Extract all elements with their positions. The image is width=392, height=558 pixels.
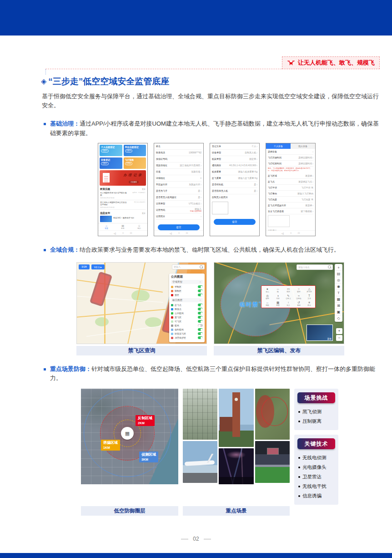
layer-toggle[interactable]	[198, 336, 203, 339]
drawing-tool[interactable]: ↔ 测距	[262, 300, 272, 307]
nav-tab[interactable]: ⌂ 首页	[98, 223, 115, 231]
form-row[interactable]: 安全飞行承诺函 请下载模板›	[268, 208, 313, 214]
form-row[interactable]: 起飞区域 请选择›	[268, 173, 313, 179]
more-link[interactable]: 更多	[142, 212, 146, 214]
form-row[interactable]: 飞行开始时间 选择日期时间›	[268, 155, 313, 161]
drawing-tool[interactable]: ✎ 自定义	[283, 294, 293, 300]
form-row[interactable]: 起飞重量 请输入起飞重量 Kg	[212, 175, 257, 182]
drawing-tool[interactable]: ○ 圆形	[294, 287, 304, 293]
form-row[interactable]: 是否有无人机驾驶证 是›	[156, 194, 201, 201]
toolbar-icon[interactable]: T	[335, 290, 342, 296]
form-row[interactable]: 飞行高度 飞行高度 米	[268, 197, 313, 203]
map-version-button[interactable]: 3/28	[79, 264, 90, 269]
home-card[interactable]: 飞行报备 去报备	[124, 157, 146, 169]
toolbar-icon[interactable]: ▣	[335, 309, 342, 315]
more-link[interactable]: 更多	[142, 188, 146, 190]
legend-group-header[interactable]: 标注图层 －	[171, 298, 203, 302]
drawing-tool[interactable]: ↑ 导入	[283, 300, 293, 307]
layer-toggle[interactable]	[198, 308, 203, 310]
drawing-tool[interactable]: ▦ 测面	[273, 300, 283, 307]
drawing-tool[interactable]: ✳ 样式	[304, 300, 314, 307]
form-row[interactable]: 登记主体 个人›	[212, 143, 257, 150]
toolbar-icon[interactable]: ▦	[335, 296, 342, 303]
minimap[interactable]: 影像	[307, 325, 333, 341]
layer-toggle[interactable]	[198, 324, 203, 327]
drawing-tool[interactable]: ● 画点	[262, 287, 272, 293]
home-card[interactable]: 个人信息登记 去登记	[100, 145, 122, 156]
no-fly-edit-map[interactable]: 临时禁飞区 ● 画点 ─ 线 ▭ 矩形 ○ 圆形 △ 多边形 ◎	[214, 262, 344, 344]
drawing-tool[interactable]: ─ 线	[273, 287, 283, 293]
tab-other-device[interactable]: 他人设备	[291, 143, 315, 149]
collapse-icon[interactable]: －	[199, 299, 202, 302]
home-card[interactable]: 设备登记 去登记	[100, 157, 122, 169]
toolbar-icon[interactable]: ▤	[335, 271, 342, 277]
form-row[interactable]: 选择设备 ›	[268, 149, 313, 155]
form-row[interactable]: 姓名	[156, 143, 201, 150]
records-banner[interactable]: 办 理 记 录 点击查看	[100, 170, 146, 186]
toolbar-icon[interactable]: ◇	[335, 315, 342, 321]
form-row[interactable]: 设备类型 自制无人机›	[212, 150, 257, 156]
toolbar-icon[interactable]: ⊠	[335, 303, 342, 309]
android-nav-key[interactable]: ◁	[170, 232, 172, 235]
layer-toggle[interactable]	[198, 289, 203, 292]
layer-toggle[interactable]	[198, 285, 203, 288]
map-search-input[interactable]: 请输入地名	[297, 264, 333, 270]
nav-tab[interactable]: ☺ 我的	[131, 223, 147, 231]
form-row[interactable]: 机架类型 固定翼›	[212, 156, 257, 162]
collapse-icon[interactable]: －	[199, 280, 202, 284]
drawing-tool[interactable]: T 文本	[304, 294, 314, 300]
tab-own-device[interactable]: 个人设备	[266, 143, 291, 149]
form-row[interactable]: 证照类型 UTC合格证›	[156, 201, 201, 207]
form-row[interactable]: 身份证号码	[156, 156, 201, 162]
zoom-in-button[interactable]: +	[336, 328, 342, 334]
layer-toggle[interactable]	[198, 320, 203, 323]
view-button[interactable]: 点击查看	[129, 181, 139, 183]
commitment-letter-box[interactable]	[268, 215, 290, 227]
form-row[interactable]: 飞行结束时间 选择日期时间›	[268, 161, 313, 167]
toolbar-icon[interactable]: ◎	[335, 277, 342, 284]
drawing-tool[interactable]: ↺ 撤回	[294, 300, 304, 307]
form-row[interactable]: 飞行事由 请输入飞行事由	[268, 191, 313, 197]
form-row[interactable]: 是否组装机 是›	[212, 182, 257, 188]
submit-button[interactable]: 提交	[158, 224, 200, 230]
form-row[interactable]: 机身重量 请输入机身重量 Kg	[212, 169, 257, 175]
layer-toggle[interactable]	[198, 316, 203, 319]
android-nav-key[interactable]: ○	[178, 232, 180, 234]
layer-toggle[interactable]	[198, 332, 203, 335]
form-row[interactable]: 是否投保无人机 是›	[212, 188, 257, 194]
android-nav-key[interactable]: □	[186, 232, 188, 234]
map-search-input[interactable]: 请输入	[172, 264, 205, 269]
toolbar-icon[interactable]: ◉	[335, 284, 342, 290]
policy-item[interactable]: 浙江省无人驾驶航空器公共安全管理规定 2019-04-03 17:09:24 浙…	[100, 201, 146, 210]
drawing-tool[interactable]: ◑ 扇形	[273, 294, 283, 300]
drawing-tool[interactable]: ≈ 自由绘	[294, 294, 304, 300]
news-item[interactable]: 有实举措！服务低空飞行	[100, 216, 146, 222]
form-row[interactable]: 常驻派出所 东新派出所›	[156, 182, 201, 188]
android-nav-key[interactable]: ○	[122, 232, 124, 234]
form-row[interactable]: 起飞点 请选择起飞点›	[268, 179, 313, 185]
drawing-tool[interactable]: ◎ 圆环	[262, 294, 272, 300]
toolbar-icon[interactable]: ＋	[335, 264, 342, 271]
legend-group-header[interactable]: 空域类型 －	[171, 280, 203, 284]
photo-upload-box[interactable]	[212, 202, 228, 214]
form-row[interactable]: 飞行半径 飞行半径 米	[268, 185, 313, 191]
layer-toggle[interactable]	[198, 328, 203, 331]
submit-button[interactable]: 提交	[214, 219, 256, 225]
android-nav-key[interactable]: ◁	[281, 232, 284, 235]
home-card[interactable]: 单位信息登记 去登记	[124, 145, 146, 156]
form-row[interactable]: 起飞点管辖派出所 请选择›	[268, 203, 313, 208]
form-row[interactable]: 是否为飞手 是›	[156, 188, 201, 194]
form-row[interactable]: 现居住地址 浙江省杭州市西湖区›	[156, 162, 201, 169]
drawing-tool[interactable]: △ 多边形	[304, 287, 314, 293]
android-nav-key[interactable]: □	[298, 232, 300, 234]
android-nav-key[interactable]: ○	[290, 232, 292, 234]
form-row[interactable]: 通讯频段 4G,5G,1.4,2.4,5.8,433,900›	[212, 162, 257, 169]
form-row[interactable]: 联系电话 136566***62	[156, 150, 201, 156]
no-fly-query-map[interactable]: 3/28 V2.1 ▸ 请输入 公共图层 空域类型 － 管制区	[76, 262, 207, 344]
form-row[interactable]: 详细地址 ▾	[156, 175, 201, 182]
layer-toggle[interactable]	[198, 294, 203, 296]
nav-tab[interactable]: ▤ 服务	[115, 223, 131, 231]
zoom-out-button[interactable]: −	[336, 335, 342, 341]
form-row[interactable]: 街道 东新街道›	[156, 169, 201, 175]
drawing-tool[interactable]: ▭ 矩形	[283, 287, 293, 293]
